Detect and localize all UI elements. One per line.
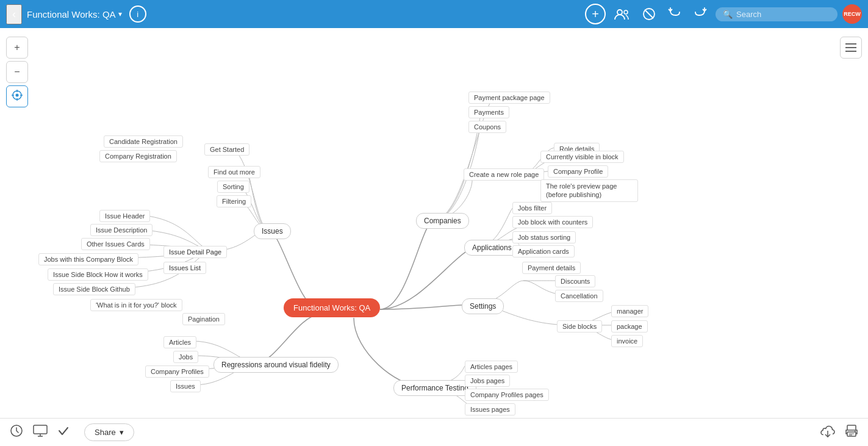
issues-label: Issues bbox=[262, 227, 283, 236]
payment-details-main-label: Payment details bbox=[528, 264, 575, 272]
cancellation-label: Cancellation bbox=[561, 292, 598, 300]
company-profiles-node[interactable]: Company Profiles bbox=[145, 365, 209, 378]
performance-testing-branch-node[interactable]: Performance Testing bbox=[393, 380, 476, 396]
regressions-branch-node[interactable]: Regressions around visual fidelity bbox=[213, 357, 339, 373]
zoom-out-icon: − bbox=[14, 67, 20, 77]
job-block-counters-node[interactable]: Job block with counters bbox=[512, 216, 593, 228]
left-toolbar: + − bbox=[6, 37, 28, 107]
bottom-toolbar: Share ▾ bbox=[0, 418, 868, 446]
currently-visible-node[interactable]: Currently visible in block bbox=[540, 151, 624, 163]
mindmap-canvas[interactable]: Functional Works: QA Issues Companies Ap… bbox=[0, 28, 868, 418]
articles-label: Articles bbox=[169, 339, 191, 346]
back-button[interactable]: ‹ bbox=[6, 4, 22, 24]
package-label: package bbox=[617, 323, 642, 330]
payments-node[interactable]: Payments bbox=[468, 106, 509, 118]
application-cards-label: Application cards bbox=[518, 248, 569, 255]
invoice-node[interactable]: invoice bbox=[611, 335, 643, 347]
share-icon-btn[interactable] bbox=[611, 5, 634, 23]
print-icon[interactable] bbox=[845, 424, 858, 441]
job-status-sorting-node[interactable]: Job status sorting bbox=[512, 231, 576, 243]
other-issues-cards-node[interactable]: Other Issues Cards bbox=[81, 238, 150, 250]
articles-node[interactable]: Articles bbox=[163, 336, 196, 348]
jobs-pages-node[interactable]: Jobs pages bbox=[465, 375, 510, 387]
hamburger-button[interactable] bbox=[840, 37, 862, 59]
candidate-registration-label: Candidate Registration bbox=[109, 138, 178, 145]
share-button[interactable]: Share ▾ bbox=[84, 423, 134, 441]
pagination-node[interactable]: Pagination bbox=[182, 313, 225, 325]
company-registration-label: Company Registration bbox=[105, 153, 171, 160]
package-node[interactable]: package bbox=[611, 320, 648, 333]
filtering-label: Filtering bbox=[222, 198, 246, 205]
add-button[interactable]: + bbox=[585, 4, 606, 24]
settings-label: Settings bbox=[470, 302, 496, 311]
ban-icon-btn[interactable] bbox=[639, 5, 659, 23]
side-blocks-node[interactable]: Side blocks bbox=[557, 320, 602, 333]
issue-detail-page-node[interactable]: Issue Detail Page bbox=[163, 246, 227, 258]
zoom-out-button[interactable]: − bbox=[6, 61, 28, 83]
checkmark-icon[interactable] bbox=[57, 425, 70, 440]
applications-branch-node[interactable]: Applications bbox=[464, 240, 520, 256]
issues-pages-node[interactable]: Issues pages bbox=[465, 403, 515, 415]
avatar[interactable]: RECW bbox=[842, 4, 862, 24]
get-started-node[interactable]: Get Started bbox=[204, 143, 249, 156]
cancellation-node[interactable]: Cancellation bbox=[555, 290, 603, 302]
issue-side-block-how-label: Issue Side Block How it works bbox=[53, 271, 143, 278]
issues-list-node[interactable]: Issues List bbox=[163, 262, 206, 274]
candidate-registration-node[interactable]: Candidate Registration bbox=[104, 135, 183, 148]
issue-description-node[interactable]: Issue Description bbox=[90, 224, 152, 236]
share-label: Share bbox=[95, 428, 116, 437]
project-title[interactable]: Functional Works: QA ▾ bbox=[27, 9, 122, 20]
info-icon: i bbox=[137, 10, 138, 19]
history-icon[interactable] bbox=[10, 424, 23, 441]
company-registration-node[interactable]: Company Registration bbox=[99, 150, 177, 162]
filtering-node[interactable]: Filtering bbox=[217, 195, 251, 207]
cloud-download-icon[interactable] bbox=[820, 424, 835, 441]
navbar: ‹ Functional Works: QA ▾ i + bbox=[0, 0, 868, 28]
payment-package-page-node[interactable]: Payment package page bbox=[468, 92, 550, 104]
manager-node[interactable]: manager bbox=[611, 305, 648, 317]
create-new-role-page-node[interactable]: Create a new role page bbox=[464, 168, 544, 181]
svg-point-24 bbox=[855, 431, 856, 432]
jobs-with-company-block-node[interactable]: Jobs with this Company Block bbox=[38, 253, 138, 265]
application-cards-node[interactable]: Application cards bbox=[512, 245, 575, 257]
company-profile-node[interactable]: Company Profile bbox=[548, 165, 608, 178]
discounts-label: Discounts bbox=[561, 278, 590, 285]
roles-preview-node[interactable]: The role's preview page (before publishi… bbox=[540, 179, 638, 202]
search-bar[interactable]: 🔍 bbox=[716, 7, 838, 21]
sorting-node[interactable]: Sorting bbox=[217, 181, 249, 193]
jobs-filter-node[interactable]: Jobs filter bbox=[512, 202, 552, 214]
company-profiles-pages-label: Company Profiles pages bbox=[470, 391, 543, 398]
search-icon: 🔍 bbox=[723, 10, 733, 19]
issues-branch-node[interactable]: Issues bbox=[254, 223, 291, 239]
find-out-more-node[interactable]: Find out more bbox=[208, 166, 260, 178]
center-button[interactable] bbox=[6, 85, 28, 107]
jobs-filter-label: Jobs filter bbox=[518, 204, 547, 212]
project-title-text: Functional Works: QA bbox=[27, 9, 116, 20]
coupons-node[interactable]: Coupons bbox=[468, 121, 506, 133]
payment-details-main-node[interactable]: Payment details bbox=[522, 262, 581, 274]
zoom-in-button[interactable]: + bbox=[6, 37, 28, 59]
regressions-label: Regressions around visual fidelity bbox=[221, 361, 331, 369]
issues-sub-label: Issues bbox=[176, 383, 195, 390]
undo-button[interactable] bbox=[664, 4, 685, 25]
job-block-counters-label: Job block with counters bbox=[518, 218, 587, 226]
companies-branch-node[interactable]: Companies bbox=[416, 213, 469, 229]
company-profiles-pages-node[interactable]: Company Profiles pages bbox=[465, 389, 549, 401]
company-profiles-label: Company Profiles bbox=[151, 368, 204, 375]
issue-side-block-how-node[interactable]: Issue Side Block How it works bbox=[48, 268, 148, 281]
monitor-icon[interactable] bbox=[33, 425, 48, 440]
central-node[interactable]: Functional Works: QA bbox=[284, 298, 380, 317]
info-button[interactable]: i bbox=[129, 5, 146, 23]
issues-sub-node[interactable]: Issues bbox=[170, 380, 201, 392]
articles-pages-node[interactable]: Articles pages bbox=[465, 361, 518, 373]
performance-testing-label: Performance Testing bbox=[401, 384, 468, 392]
redo-button[interactable] bbox=[690, 4, 711, 25]
settings-branch-node[interactable]: Settings bbox=[462, 298, 504, 314]
jobs-node[interactable]: Jobs bbox=[173, 351, 198, 363]
what-is-in-it-node[interactable]: 'What is in it for you?' block bbox=[90, 299, 182, 311]
issue-header-node[interactable]: Issue Header bbox=[99, 210, 150, 222]
right-panel-toggle[interactable] bbox=[840, 37, 862, 59]
search-input[interactable] bbox=[736, 10, 822, 19]
discounts-node[interactable]: Discounts bbox=[555, 275, 595, 287]
issue-side-block-github-node[interactable]: Issue Side Block Github bbox=[53, 283, 135, 295]
